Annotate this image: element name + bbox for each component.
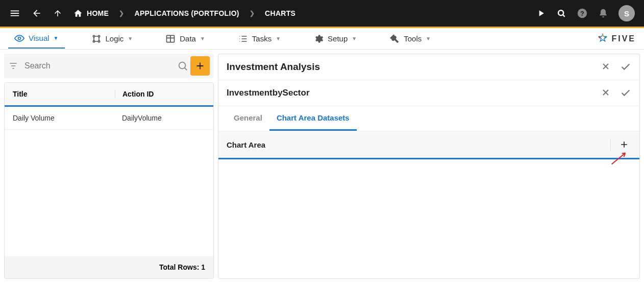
breadcrumb-home-label: HOME: [87, 9, 109, 17]
tab-data-label: Data: [180, 34, 196, 43]
svg-point-4: [93, 35, 94, 37]
tab-setup[interactable]: Setup ▼: [307, 30, 363, 48]
tools-icon: [389, 34, 400, 44]
tab-logic-label: Logic: [106, 34, 124, 43]
tab-tools[interactable]: Tools ▼: [383, 30, 437, 48]
check-icon[interactable]: [620, 61, 631, 73]
tab-tasks[interactable]: Tasks ▼: [232, 30, 287, 48]
breadcrumb-charts[interactable]: CHARTS: [265, 9, 295, 17]
chevron-right-icon: ❯: [119, 10, 124, 17]
tasks-icon: [238, 34, 248, 44]
close-icon[interactable]: [601, 61, 611, 73]
svg-point-9: [179, 62, 186, 69]
avatar[interactable]: S: [618, 5, 635, 21]
cell-action-id: DailyVolume: [115, 114, 205, 122]
add-chart-area-button[interactable]: [610, 138, 631, 151]
bell-icon[interactable]: [598, 8, 608, 18]
logic-icon: [91, 34, 102, 44]
subtab-general[interactable]: General: [227, 106, 269, 131]
tab-visual[interactable]: Visual ▼: [8, 29, 65, 49]
col-title: Title: [13, 90, 115, 98]
brand-logo: FIVE: [597, 33, 636, 44]
col-action-id: Action ID: [115, 90, 205, 98]
table-row[interactable]: Daily Volume DailyVolume: [5, 107, 213, 130]
eye-icon: [14, 33, 24, 43]
breadcrumb-home[interactable]: HOME: [73, 9, 109, 18]
table-icon: [165, 34, 176, 44]
records-table: Title Action ID Daily Volume DailyVolume…: [4, 82, 214, 279]
filter-icon[interactable]: [8, 61, 18, 71]
svg-point-6: [93, 40, 94, 42]
search-input[interactable]: [20, 58, 177, 74]
back-icon[interactable]: [32, 8, 42, 18]
tab-tasks-label: Tasks: [252, 34, 271, 43]
top-navbar: HOME ❯ APPLICATIONS (PORTFOLIO) ❯ CHARTS…: [0, 0, 644, 27]
main-tabs: Visual ▼ Logic ▼ Data ▼ Tasks ▼ Setup ▼ …: [0, 28, 644, 50]
subtab-chart-area-datasets[interactable]: Chart Area Datasets: [269, 106, 357, 131]
search-top-icon[interactable]: [556, 8, 566, 18]
subtitle: InvestmentbySector: [227, 88, 310, 98]
brand-icon: [597, 33, 608, 44]
page-title: Investment Analysis: [227, 61, 320, 73]
gear-icon: [313, 34, 324, 44]
chart-area-header: Chart Area: [218, 131, 639, 159]
svg-point-3: [18, 37, 21, 39]
search-bar: [4, 54, 214, 78]
chart-area-label: Chart Area: [227, 140, 265, 149]
tab-tools-label: Tools: [404, 34, 422, 43]
sub-tabs: General Chart Area Datasets: [218, 106, 639, 131]
search-icon[interactable]: [177, 60, 188, 72]
svg-point-0: [558, 10, 563, 15]
tab-logic[interactable]: Logic ▼: [85, 30, 139, 48]
chevron-right-icon: ❯: [250, 10, 255, 17]
check-icon[interactable]: [620, 87, 631, 99]
breadcrumb: HOME ❯ APPLICATIONS (PORTFOLIO) ❯ CHARTS: [73, 9, 295, 18]
table-total-rows: Total Rows: 1: [5, 256, 213, 278]
table-header: Title Action ID: [5, 83, 213, 107]
svg-point-7: [98, 40, 100, 42]
add-button[interactable]: [190, 56, 210, 76]
svg-point-5: [98, 35, 100, 37]
close-icon[interactable]: [601, 87, 611, 99]
tab-setup-label: Setup: [328, 34, 348, 43]
tab-data[interactable]: Data ▼: [159, 30, 211, 48]
tab-visual-label: Visual: [29, 34, 49, 42]
menu-icon[interactable]: [9, 8, 20, 19]
home-icon: [73, 9, 83, 18]
section-header-secondary: InvestmentbySector: [218, 80, 639, 106]
avatar-letter: S: [624, 9, 629, 18]
svg-text:?: ?: [580, 10, 584, 17]
breadcrumb-app[interactable]: APPLICATIONS (PORTFOLIO): [135, 9, 239, 17]
section-header-primary: Investment Analysis: [218, 54, 639, 80]
play-icon[interactable]: [536, 8, 546, 18]
cell-title: Daily Volume: [13, 114, 115, 122]
help-icon[interactable]: ?: [577, 8, 588, 19]
up-icon[interactable]: [53, 9, 62, 18]
brand-text: FIVE: [611, 34, 636, 43]
